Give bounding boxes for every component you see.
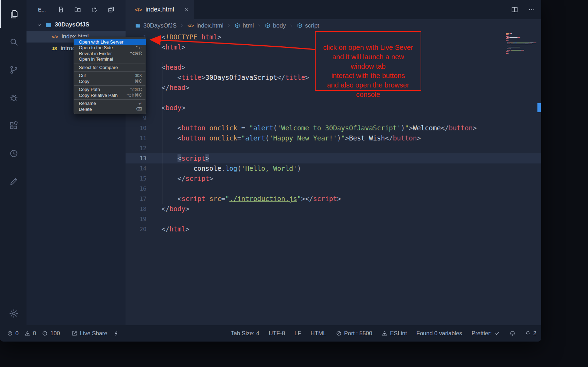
breadcrumb-html[interactable]: html <box>234 22 254 29</box>
activity-explorer-view[interactable] <box>0 0 27 28</box>
annotation-text: click on open with Live Sever and it wil… <box>316 43 421 99</box>
activity-bar-top <box>0 0 27 195</box>
chevron-right-icon <box>257 23 262 28</box>
status-problems-warnings[interactable]: 0 <box>24 330 36 337</box>
code-line-20[interactable]: 20</html> <box>126 224 541 234</box>
code-line-17[interactable]: 17 <script src="./introduction.js"></scr… <box>126 194 541 204</box>
refresh-icon[interactable] <box>91 6 98 13</box>
overview-marker <box>537 103 541 112</box>
status-label: 0 <box>33 330 36 337</box>
line-text: <!DOCTYPE html> <box>146 32 221 42</box>
code-line-15[interactable]: 15 </script> <box>126 174 541 184</box>
status-live-server-port[interactable]: Port : 5500 <box>336 330 372 337</box>
line-text: </head> <box>146 83 189 93</box>
activity-source-control-view[interactable] <box>0 56 27 84</box>
status-tab-size[interactable]: Tab Size: 4 <box>231 330 259 337</box>
close-tab-icon[interactable] <box>184 7 190 13</box>
edit-icon <box>9 176 19 186</box>
folder-icon <box>45 21 52 28</box>
line-text <box>146 113 161 123</box>
breadcrumb-label: html <box>243 22 254 29</box>
menu-item-delete[interactable]: Delete⌫ <box>74 106 146 112</box>
status-notifications-bell[interactable]: 2 <box>525 330 536 337</box>
extensions-icon <box>9 121 19 131</box>
menu-item-open-to-the-side[interactable]: Open to the Side⌃↵ <box>74 45 146 51</box>
line-number: 9 <box>126 113 146 123</box>
folder-root-30daysofjs[interactable]: 30DaysOfJS <box>27 19 126 31</box>
code-line-19[interactable]: 19 <box>126 214 541 224</box>
line-text: </body> <box>146 204 189 214</box>
menu-item-open-with-live-server[interactable]: Open with Live Server <box>74 39 146 45</box>
activity-settings-view[interactable] <box>0 301 27 325</box>
activity-bar-bottom <box>0 301 27 325</box>
error-icon <box>7 330 13 336</box>
code-line-18[interactable]: 18</body> <box>126 204 541 214</box>
menu-item-open-in-terminal[interactable]: Open in Terminal <box>74 56 146 62</box>
breadcrumb-script[interactable]: script <box>297 22 319 29</box>
live-share-icon <box>71 330 77 336</box>
bolt-icon <box>113 330 119 336</box>
status-eol[interactable]: LF <box>294 330 301 337</box>
code-line-12[interactable]: 12 <box>126 143 541 153</box>
new-file-icon[interactable] <box>57 6 65 13</box>
status-found-variables[interactable]: Found 0 variables <box>416 330 462 337</box>
status-language-mode[interactable]: HTML <box>311 330 326 337</box>
status-label: Live Share <box>80 330 107 337</box>
split-editor-icon[interactable] <box>511 6 518 13</box>
new-folder-icon[interactable] <box>74 6 81 13</box>
status-label: Prettier: <box>472 330 492 337</box>
code-line-16[interactable]: 16 <box>126 184 541 194</box>
breadcrumb-30daysofjs[interactable]: 30DaysOfJS <box>135 22 176 29</box>
status-bar: 00100Live Share Tab Size: 4UTF-8LFHTMLPo… <box>0 325 541 342</box>
status-problems-errors[interactable]: 0 <box>7 330 18 337</box>
status-label: HTML <box>311 330 326 337</box>
menu-item-label: Open in Terminal <box>79 56 113 62</box>
line-text: <script> <box>146 153 209 163</box>
explorer-actions <box>57 6 115 13</box>
line-number: 12 <box>126 143 146 153</box>
code-line-10[interactable]: 10 <button onclick = "alert('Welcome to … <box>126 123 541 133</box>
menu-item-copy[interactable]: Copy⌘C <box>74 78 146 84</box>
tab-index-html[interactable]: </> index.html <box>126 0 194 19</box>
status-prettier[interactable]: Prettier: <box>472 330 500 337</box>
menu-item-rename[interactable]: Rename↵ <box>74 101 146 107</box>
status-eslint[interactable]: ESLint <box>382 330 407 337</box>
status-feedback-smiley[interactable] <box>510 330 515 336</box>
menu-separator <box>74 71 145 72</box>
html-file-icon: </> <box>52 34 58 39</box>
menu-item-select-for-compare[interactable]: Select for Compare <box>74 64 146 70</box>
chevron-right-icon <box>289 23 294 28</box>
status-encoding[interactable]: UTF-8 <box>269 330 285 337</box>
menu-item-reveal-in-finder[interactable]: Reveal in Finder⌥⌘R <box>74 51 146 56</box>
breadcrumb-body[interactable]: body <box>265 22 286 29</box>
menu-item-label: Delete <box>79 107 92 112</box>
activity-search-view[interactable] <box>0 28 27 56</box>
status-info-count[interactable]: 100 <box>42 330 60 337</box>
code-line-14[interactable]: 14 console.log('Hello, World') <box>126 163 541 174</box>
activity-edit-view[interactable] <box>0 167 27 195</box>
more-actions-icon[interactable] <box>528 6 535 13</box>
status-live-share[interactable]: Live Share <box>71 330 107 337</box>
status-bolt[interactable] <box>113 330 119 336</box>
smiley-icon <box>510 330 515 336</box>
chevron-right-icon <box>227 23 231 28</box>
menu-item-copy-relative-path[interactable]: Copy Relative Path⌥⇧⌘C <box>74 92 146 98</box>
menu-item-copy-path[interactable]: Copy Path⌥⌘C <box>74 87 146 93</box>
code-line-11[interactable]: 11 <button onclick="alert('Happy New Yea… <box>126 133 541 143</box>
breadcrumb-index-html[interactable]: </>index.html <box>187 22 223 29</box>
line-number: 15 <box>126 174 146 184</box>
code-line-9[interactable]: 9 <box>126 113 541 123</box>
overview-ruler[interactable] <box>537 32 541 325</box>
activity-run-debug-view[interactable] <box>0 84 27 112</box>
activity-clock-view[interactable] <box>0 139 27 167</box>
collapse-folders-icon[interactable] <box>107 6 115 13</box>
status-label: Tab Size: 4 <box>231 330 259 337</box>
annotation-box: click on open with Live Sever and it wil… <box>315 31 421 91</box>
activity-extensions-view[interactable] <box>0 112 27 139</box>
warning-icon <box>382 330 387 336</box>
menu-item-keybinding: ⌘C <box>135 79 142 84</box>
menu-item-label: Open to the Side <box>79 45 113 50</box>
minimap[interactable] <box>506 33 536 54</box>
menu-item-cut[interactable]: Cut⌘X <box>74 73 146 79</box>
code-line-13[interactable]: 13 <script> <box>126 153 541 163</box>
